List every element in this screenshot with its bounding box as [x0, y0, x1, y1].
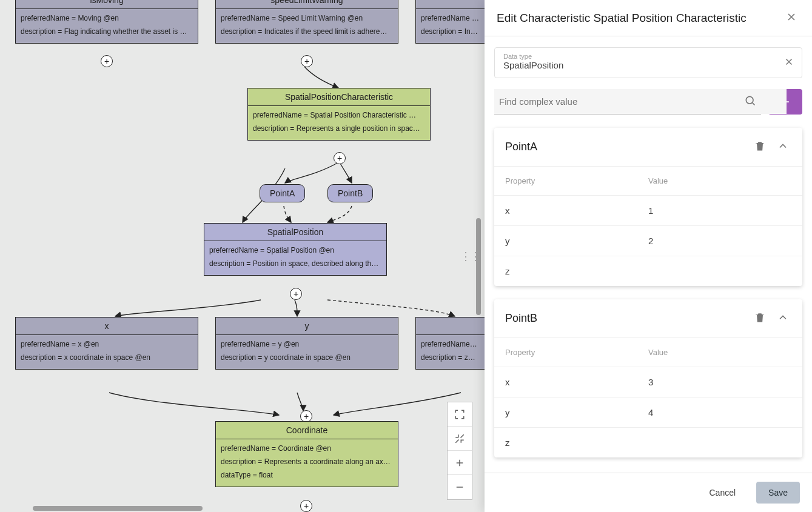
node-description: description = Position in space, describ…	[209, 257, 381, 270]
node-description: description = z…	[421, 351, 484, 364]
point-card: PointAPropertyValuex1y2z	[494, 128, 802, 286]
add-child-icon[interactable]	[300, 500, 312, 512]
value-cell: 2	[648, 236, 791, 246]
node-coordinate[interactable]: Coordinate preferredName = Coordinate @e…	[215, 421, 398, 487]
close-icon	[785, 11, 797, 23]
node-description: description = Represents a single positi…	[253, 122, 425, 135]
node-preferred-name: preferredName = Moving @en	[21, 12, 193, 25]
property-header: Property	[505, 348, 648, 357]
node-z[interactable]: preferredName… description = z…	[415, 317, 489, 370]
table-row[interactable]: z	[494, 256, 802, 286]
node-title	[416, 0, 489, 9]
node-spatial-position-characteristic[interactable]: SpatialPositionCharacteristic preferredN…	[247, 88, 431, 141]
node-preferred-name: preferredName = Spatial Position @en	[209, 244, 381, 257]
node-description: description = y coordinate in space @en	[221, 351, 393, 364]
edit-panel: Edit Characteristic Spatial Position Cha…	[485, 0, 812, 512]
panel-title: Edit Characteristic Spatial Position Cha…	[497, 12, 747, 25]
node-preferred-name: preferredName …	[421, 12, 484, 25]
add-child-icon[interactable]	[334, 152, 346, 164]
search-input[interactable]	[494, 89, 787, 114]
node-title	[416, 318, 489, 335]
table-row[interactable]: x1	[494, 196, 802, 226]
canvas-vertical-scrollbar[interactable]	[476, 218, 481, 315]
node-title: x	[16, 318, 198, 335]
node-point-a[interactable]: PointA	[260, 184, 305, 202]
pill-label: PointA	[270, 188, 295, 198]
actual-size-button[interactable]	[448, 427, 472, 451]
node-spatial-position[interactable]: SpatialPosition preferredName = Spatial …	[204, 223, 387, 276]
node-title: speedLimitWarning	[216, 0, 398, 9]
point-title: PointA	[505, 141, 745, 153]
svg-point-0	[746, 96, 753, 104]
collapse-point-button[interactable]	[774, 138, 791, 156]
node-preferred-name: preferredName = Spatial Position Charact…	[253, 108, 425, 122]
close-icon	[783, 56, 794, 67]
chevron-up-icon	[777, 140, 789, 152]
zoom-toolbar	[447, 402, 472, 500]
plus-icon	[454, 457, 465, 468]
trash-icon	[754, 140, 766, 152]
data-type-value: SpatialPosition	[503, 60, 793, 70]
data-type-label: Data type	[503, 53, 793, 60]
property-header: Property	[505, 176, 648, 185]
table-row[interactable]: z	[494, 428, 802, 457]
property-cell: z	[505, 437, 648, 448]
fit-screen-icon	[454, 409, 465, 420]
table-row[interactable]: y2	[494, 226, 802, 256]
node-description: description = Represents a coordinate al…	[221, 455, 393, 468]
add-child-icon[interactable]	[101, 55, 113, 67]
value-cell: 3	[648, 377, 791, 387]
pill-label: PointB	[338, 188, 363, 198]
clear-data-type-button[interactable]	[781, 54, 797, 71]
canvas-horizontal-scrollbar[interactable]	[33, 506, 203, 511]
node-preferred-name: preferredName = Speed Limit Warning @en	[221, 12, 393, 25]
collapse-point-button[interactable]	[774, 309, 791, 328]
node-title: y	[216, 318, 398, 335]
add-child-icon[interactable]	[290, 288, 302, 300]
add-child-icon[interactable]	[301, 55, 313, 67]
property-cell: z	[505, 266, 648, 276]
node-description: description = Flag indicating whether th…	[21, 25, 193, 38]
node-data-type: dataType = float	[221, 468, 393, 482]
delete-point-button[interactable]	[751, 138, 768, 156]
delete-point-button[interactable]	[751, 309, 768, 328]
save-button[interactable]: Save	[756, 482, 800, 504]
node-description: description = In…	[421, 25, 484, 38]
point-card: PointBPropertyValuex3y4z	[494, 299, 802, 457]
cancel-button[interactable]: Cancel	[697, 482, 748, 504]
trash-icon	[754, 311, 766, 324]
zoom-out-button[interactable]	[448, 475, 472, 499]
node-title: SpatialPosition	[204, 224, 386, 241]
value-cell: 4	[648, 407, 791, 417]
node-title: SpatialPositionCharacteristic	[248, 88, 430, 106]
search-wrapper	[494, 89, 761, 115]
node-point-b[interactable]: PointB	[327, 184, 373, 202]
node-third-top[interactable]: preferredName … description = In…	[415, 0, 489, 44]
value-cell	[648, 266, 791, 276]
property-cell: x	[505, 377, 648, 387]
panel-resize-handle[interactable]: ⋮⋮	[460, 250, 480, 263]
node-y[interactable]: y preferredName = y @en description = y …	[215, 317, 398, 370]
table-row[interactable]: x3	[494, 367, 802, 397]
node-x[interactable]: x preferredName = x @en description = x …	[15, 317, 198, 370]
close-panel-button[interactable]	[783, 8, 800, 27]
value-header: Value	[648, 176, 791, 185]
zoom-in-button[interactable]	[448, 451, 472, 475]
point-title: PointB	[505, 312, 745, 325]
minus-icon	[454, 482, 465, 493]
node-speed-limit-warning[interactable]: speedLimitWarning preferredName = Speed …	[215, 0, 398, 44]
property-cell: y	[505, 236, 648, 246]
node-description: description = Indicates if the speed lim…	[221, 25, 393, 38]
property-cell: x	[505, 205, 648, 216]
node-is-moving[interactable]: isMoving preferredName = Moving @en desc…	[15, 0, 198, 44]
value-cell: 1	[648, 205, 791, 216]
node-preferred-name: preferredName = Coordinate @en	[221, 442, 393, 455]
node-preferred-name: preferredName = y @en	[221, 337, 393, 351]
fit-screen-button[interactable]	[448, 402, 472, 427]
table-row[interactable]: y4	[494, 397, 802, 428]
add-child-icon[interactable]	[300, 410, 312, 422]
chevron-up-icon	[777, 311, 789, 324]
data-type-card: Data type SpatialPosition	[494, 47, 802, 78]
property-cell: y	[505, 407, 648, 417]
node-title: isMoving	[16, 0, 198, 9]
